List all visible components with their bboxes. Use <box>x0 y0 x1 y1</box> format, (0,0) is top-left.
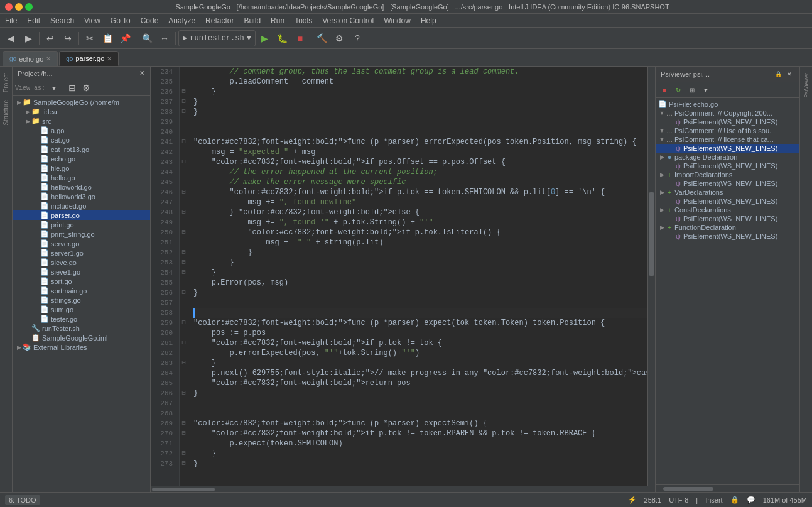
menu-item-view[interactable]: View <box>79 15 106 26</box>
menu-item-file[interactable]: File <box>0 15 22 26</box>
settings-button[interactable]: ⚙ <box>332 30 348 46</box>
code-content[interactable]: // comment group, thus the last comment … <box>188 67 647 486</box>
build-button[interactable]: 🔨 <box>314 30 330 46</box>
fold-marker[interactable]: ⊟ <box>180 137 188 147</box>
fold-marker[interactable]: ⊟ <box>180 318 188 328</box>
fold-marker[interactable]: ⊟ <box>180 258 188 268</box>
code-line[interactable]: "color:#cc7832;font-weight:bold;">if p.t… <box>193 187 647 197</box>
scrollbar-thumb[interactable] <box>649 192 654 276</box>
code-line[interactable]: p.Error(pos, msg) <box>193 278 647 288</box>
psi-tree-item[interactable]: ψPsiElement(WS_NEW_LINES) <box>656 197 799 205</box>
code-line[interactable]: p.errorExpected(pos, "'"+tok.String()+"'… <box>193 348 647 358</box>
fold-marker[interactable]: ⊟ <box>180 268 188 278</box>
insert-mode[interactable]: Insert <box>705 496 723 504</box>
menu-item-search[interactable]: Search <box>45 15 79 26</box>
code-line[interactable] <box>193 298 647 308</box>
psi-tree-item[interactable]: ψPsiElement(WS_NEW_LINES) <box>656 179 799 188</box>
code-line[interactable]: pos := p.pos <box>193 328 647 338</box>
tree-item[interactable]: 📄sieve.go <box>13 258 150 267</box>
code-line[interactable] <box>193 398 647 408</box>
paste-button[interactable]: 📌 <box>117 30 133 46</box>
psi-scroll-lock[interactable]: 🔒 <box>773 69 783 79</box>
code-line[interactable]: "color:#cc7832;font-weight:bold;">func (… <box>193 418 647 428</box>
code-line[interactable]: } <box>193 107 647 117</box>
code-line[interactable]: p.expect(token.SEMICOLON) <box>193 439 647 449</box>
psi-tree-item[interactable]: ψPsiElement(WS_NEW_LINES) <box>656 232 799 241</box>
debug-button[interactable]: 🐛 <box>274 30 291 46</box>
psi-file-item[interactable]: 📄PsiFile: echo.go <box>656 99 799 109</box>
tree-item[interactable]: 📄helloworld.go <box>13 182 150 192</box>
fold-marker[interactable]: ⊟ <box>180 107 188 117</box>
psi-tree-item[interactable]: ▶+ImportDeclarations <box>656 170 799 179</box>
code-line[interactable]: "color:#cc7832;font-weight:bold;">if pos… <box>193 157 647 167</box>
help-button[interactable]: ? <box>349 30 365 46</box>
code-line[interactable]: p.next() 629755;font-style:italic;">// m… <box>193 368 647 378</box>
cursor-position[interactable]: 258:1 <box>644 496 662 504</box>
fold-marker[interactable]: ⊟ <box>180 338 188 348</box>
fold-marker[interactable]: ⊟ <box>180 248 188 258</box>
fold-marker[interactable]: ⊟ <box>180 207 188 217</box>
fold-marker[interactable]: ⊟ <box>180 428 188 439</box>
horizontal-scrollbar[interactable] <box>151 486 655 492</box>
tree-item[interactable]: ▶📁.idea <box>13 107 150 116</box>
tree-item[interactable]: 🔧runTester.sh <box>13 324 150 333</box>
fold-marker[interactable]: ⊟ <box>180 97 188 107</box>
forward-button[interactable]: ▶ <box>20 30 36 46</box>
code-line[interactable]: "color:#cc7832;font-weight:bold;">return… <box>193 378 647 388</box>
menu-item-help[interactable]: Help <box>416 15 441 26</box>
tab-close-parser[interactable]: ✕ <box>107 55 112 62</box>
stop-button[interactable]: ■ <box>292 30 308 46</box>
psi-tree-item[interactable]: ▼…PsiComment: // license that ca... <box>656 135 799 144</box>
fold-marker[interactable]: ⊟ <box>180 288 188 298</box>
psi-tree-item[interactable]: ▼…PsiComment: // Copyright 200... <box>656 109 799 117</box>
code-line[interactable]: "color:#cc7832;font-weight:bold;">if p.t… <box>193 428 647 439</box>
tree-item[interactable]: 📄tester.go <box>13 314 150 324</box>
window-controls[interactable] <box>5 3 33 11</box>
code-line[interactable]: } <box>193 358 647 368</box>
tree-item[interactable]: 📄server.go <box>13 239 150 248</box>
tree-item[interactable]: 📄file.go <box>13 163 150 173</box>
redo-button[interactable]: ↪ <box>60 30 76 46</box>
cut-button[interactable]: ✂ <box>82 30 98 46</box>
edge-tab-project[interactable]: Project <box>1 69 11 96</box>
fold-marker[interactable]: ⊟ <box>180 418 188 428</box>
code-line[interactable]: // comment group, thus the last comment … <box>193 67 647 77</box>
tree-item[interactable]: 📄a.go <box>13 126 150 135</box>
fold-marker[interactable]: ⊟ <box>180 358 188 368</box>
fold-marker[interactable]: ⊟ <box>180 449 188 459</box>
minimize-button[interactable] <box>15 3 23 11</box>
view-as-dropdown[interactable]: ▼ <box>48 82 60 94</box>
psi-tree-item[interactable]: ▶+ConstDeclarations <box>656 205 799 214</box>
run-config-dropdown[interactable]: ▶ runTester.sh ▼ <box>178 30 256 46</box>
code-line[interactable] <box>193 308 647 318</box>
tree-item[interactable]: 📋SampleGoogleGo.iml <box>13 333 150 342</box>
tree-item[interactable]: 📄sort.go <box>13 276 150 286</box>
project-header-close[interactable]: ✕ <box>139 69 145 77</box>
tree-item[interactable]: 📄hello.go <box>13 173 150 182</box>
psi-tree-item[interactable]: ▼…PsiComment: // Use of this sou... <box>656 126 799 135</box>
editor-scrollbar[interactable] <box>647 67 655 486</box>
tree-item[interactable]: ▶📁src <box>13 116 150 126</box>
tree-item[interactable]: 📄sortmain.go <box>13 286 150 295</box>
code-line[interactable]: } "color:#cc7832;font-weight:bold;">else… <box>193 207 647 217</box>
maximize-button[interactable] <box>25 3 33 11</box>
menu-item-edit[interactable]: Edit <box>22 15 45 26</box>
fold-marker[interactable]: ⊟ <box>180 388 188 398</box>
tree-item[interactable]: 📄cat_rot13.go <box>13 144 150 154</box>
tree-item[interactable]: 📄parser.go <box>13 210 150 220</box>
code-line[interactable]: msg += " " + string(p.lit) <box>193 237 647 248</box>
psi-tree-item[interactable]: ψPsiElement(WS_NEW_LINES) <box>656 161 799 170</box>
fold-marker[interactable]: ⊟ <box>180 87 188 97</box>
psi-tree-item[interactable]: ψPsiElement(WS_NEW_LINES) <box>656 214 799 223</box>
proj-settings[interactable]: ⚙ <box>80 82 92 94</box>
psi-refresh[interactable]: ↻ <box>672 84 685 96</box>
psi-tree-item[interactable]: ▶+VarDeclarations <box>656 188 799 197</box>
tree-item[interactable]: ▶📚External Libraries <box>13 342 150 352</box>
psi-settings2[interactable]: ▼ <box>700 84 712 96</box>
code-line[interactable] <box>193 127 647 137</box>
code-line[interactable] <box>193 408 647 418</box>
code-line[interactable]: msg = "expected " + msg <box>193 147 647 157</box>
tree-item[interactable]: 📄sum.go <box>13 305 150 314</box>
tree-item[interactable]: ▶📁SampleGoogleGo (/home/m <box>13 97 150 107</box>
tree-item[interactable]: 📄cat.go <box>13 135 150 144</box>
